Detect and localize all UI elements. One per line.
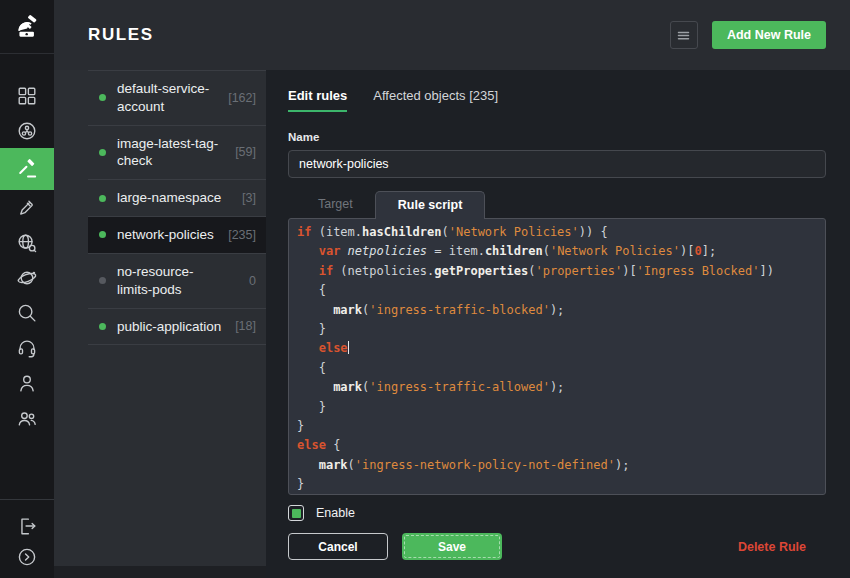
- code-line: }: [297, 398, 817, 417]
- code-line: }: [297, 417, 817, 436]
- marker-icon: [16, 197, 38, 219]
- rule-count: [235]: [228, 228, 256, 242]
- code-line: var netpolicies = item.children('Network…: [297, 242, 817, 261]
- rule-status-dot: [99, 277, 106, 284]
- add-new-rule-button[interactable]: Add New Rule: [712, 21, 826, 49]
- rule-name: default-service-account: [117, 80, 225, 116]
- hamburger-icon: [676, 28, 691, 43]
- rule-status-dot: [99, 195, 106, 202]
- rules-list: default-service-account[162]image-latest…: [88, 70, 266, 345]
- code-line: mark('ingress-traffic-blocked');: [297, 301, 817, 320]
- app-logo[interactable]: [0, 0, 54, 54]
- rule-status-dot: [99, 149, 106, 156]
- support-icon: [16, 337, 38, 359]
- app-root: RULES Add New Rule default-service-accou…: [0, 0, 850, 578]
- editor-tabs: Edit rules Affected objects [235]: [288, 88, 826, 112]
- rule-list-item[interactable]: no-resource-limits-pods0: [88, 254, 266, 309]
- code-line: {: [297, 359, 817, 378]
- logout-icon: [16, 515, 38, 537]
- cancel-button[interactable]: Cancel: [288, 533, 388, 560]
- rule-count: [3]: [242, 191, 256, 205]
- tab-edit-rules[interactable]: Edit rules: [288, 88, 347, 112]
- rule-list-item[interactable]: large-namespace[3]: [88, 180, 266, 217]
- users-icon: [16, 407, 38, 429]
- sidebar-divider: [0, 499, 54, 500]
- sidebar-bottom: [0, 499, 54, 578]
- top-bar: RULES Add New Rule: [54, 0, 850, 70]
- sidebar-item-search-logic[interactable]: [0, 225, 54, 260]
- code-line: mark('ingress-network-policy-not-defined…: [297, 456, 817, 475]
- rule-status-dot: [99, 231, 106, 238]
- content-area: default-service-account[162]image-latest…: [54, 70, 850, 578]
- tab-rule-script[interactable]: Rule script: [375, 191, 486, 219]
- observatory-logo-icon: [14, 14, 40, 40]
- action-buttons-row: Cancel Save Delete Rule: [288, 533, 826, 560]
- sidebar-item-diagram[interactable]: [0, 113, 54, 148]
- sidebar-item-rules[interactable]: [0, 148, 54, 190]
- rules-list-panel: default-service-account[162]image-latest…: [54, 70, 266, 566]
- rule-count: 0: [249, 274, 256, 288]
- rules-icon: [16, 158, 38, 180]
- cluster-icon: [16, 267, 38, 289]
- code-line: else {: [297, 436, 817, 455]
- enable-checkbox[interactable]: [288, 505, 304, 521]
- sidebar-item-users[interactable]: [0, 400, 54, 435]
- sidebar-item-logout[interactable]: [0, 510, 54, 541]
- rule-name: image-latest-tag-check: [117, 135, 225, 171]
- rule-status-dot: [99, 323, 106, 330]
- rule-name: network-policies: [117, 226, 225, 244]
- code-line: {: [297, 281, 817, 300]
- code-line: if (netpolicies.getProperties('propertie…: [297, 262, 817, 281]
- save-button[interactable]: Save: [402, 533, 502, 560]
- sidebar-item-support[interactable]: [0, 330, 54, 365]
- tab-affected-objects[interactable]: Affected objects [235]: [373, 88, 498, 112]
- rule-count: [162]: [228, 91, 256, 105]
- code-line: if (item.hasChildren('Network Policies')…: [297, 223, 817, 242]
- delete-rule-link[interactable]: Delete Rule: [738, 540, 806, 554]
- sidebar-nav: [0, 78, 54, 435]
- rule-list-item[interactable]: public-application[18]: [88, 309, 266, 346]
- code-line: else: [297, 339, 817, 358]
- main-area: RULES Add New Rule default-service-accou…: [54, 0, 850, 578]
- checkbox-checked-mark: [292, 509, 301, 518]
- rule-status-dot: [99, 94, 106, 101]
- code-line: }: [297, 320, 817, 339]
- icon-sidebar: [0, 0, 54, 578]
- script-tabs: Target Rule script: [296, 190, 826, 218]
- code-line: }: [297, 475, 817, 494]
- search-icon: [16, 302, 38, 324]
- code-line: mark('ingress-traffic-allowed');: [297, 378, 817, 397]
- search-logic-icon: [16, 232, 38, 254]
- rule-count: [59]: [235, 145, 256, 159]
- rule-list-item[interactable]: network-policies[235]: [88, 217, 266, 254]
- rule-list-item[interactable]: image-latest-tag-check[59]: [88, 126, 266, 181]
- page-title: RULES: [88, 25, 154, 45]
- rule-name: public-application: [117, 318, 225, 336]
- sidebar-item-search[interactable]: [0, 295, 54, 330]
- dashboard-icon: [16, 85, 38, 107]
- sidebar-item-marker[interactable]: [0, 190, 54, 225]
- menu-button[interactable]: [670, 21, 698, 49]
- sidebar-item-user[interactable]: [0, 365, 54, 400]
- user-icon: [16, 372, 38, 394]
- rule-script-editor[interactable]: if (item.hasChildren('Network Policies')…: [288, 218, 826, 495]
- top-bar-actions: Add New Rule: [670, 21, 826, 49]
- rule-name: large-namespace: [117, 189, 225, 207]
- enable-row: Enable: [288, 505, 826, 521]
- rule-name-input[interactable]: [288, 150, 826, 178]
- tab-target[interactable]: Target: [296, 191, 375, 218]
- rule-list-item[interactable]: default-service-account[162]: [88, 71, 266, 126]
- enable-label: Enable: [316, 506, 355, 520]
- rule-editor-panel: Edit rules Affected objects [235] Name T…: [266, 70, 850, 578]
- name-label: Name: [288, 131, 826, 143]
- diagram-icon: [16, 120, 38, 142]
- text-cursor: [348, 341, 350, 354]
- sidebar-item-dashboard[interactable]: [0, 78, 54, 113]
- rule-count: [18]: [235, 319, 256, 333]
- rule-name: no-resource-limits-pods: [117, 263, 225, 299]
- sidebar-item-collapse[interactable]: [0, 541, 54, 572]
- sidebar-item-cluster[interactable]: [0, 260, 54, 295]
- collapse-icon: [16, 546, 38, 568]
